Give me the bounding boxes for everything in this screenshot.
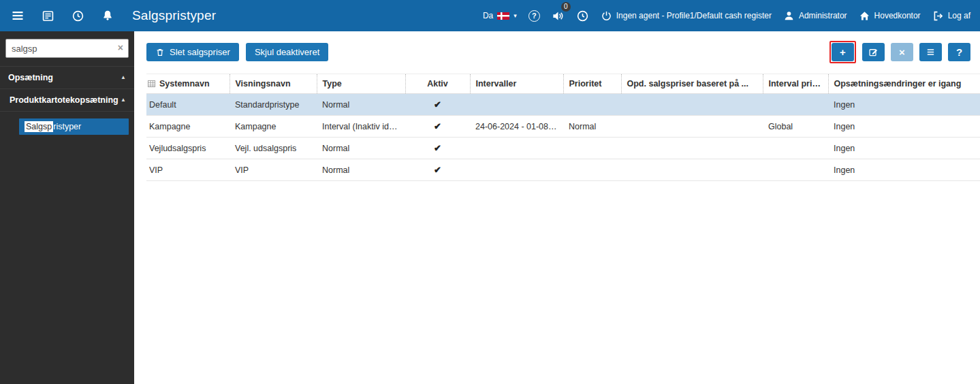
active-check-cell: ✔: [405, 94, 470, 116]
collapse-icon: ▲: [121, 75, 126, 80]
table-cell: Normal: [317, 94, 405, 116]
add-button[interactable]: +: [832, 43, 854, 61]
list-menu-button[interactable]: [919, 43, 942, 61]
logout-button[interactable]: Log af: [932, 10, 970, 22]
table-cell: Normal: [563, 116, 621, 138]
table-cell: Kampagne: [146, 116, 230, 138]
table-cell: Normal: [317, 138, 405, 159]
language-selector[interactable]: Da ▾: [483, 11, 517, 20]
page-title: Salgspristyper: [132, 8, 216, 23]
table-body: DefaultStandardpristypeNormal✔IngenKampa…: [146, 94, 980, 181]
history-clock-button[interactable]: [576, 10, 589, 22]
help-button[interactable]: ?: [528, 10, 540, 22]
edit-pencil-icon: [868, 47, 879, 57]
hide-deactivated-button[interactable]: Skjul deaktiveret: [246, 43, 328, 61]
table-cell: Ingen: [828, 116, 980, 138]
collapse-icon: ▲: [121, 97, 126, 103]
close-icon: ×: [899, 46, 905, 58]
table-help-button[interactable]: ?: [948, 43, 970, 61]
topbar-right: Da ▾ ? 0 Ingen agent - Profile1/Default …: [483, 10, 970, 22]
table-row[interactable]: VejludsalgsprisVejl. udsalgsprisNormal✔I…: [146, 138, 980, 159]
sidebar-section-opsaetning[interactable]: Opsætning ▲: [0, 66, 134, 89]
column-header-2[interactable]: Visningsnavn: [230, 74, 317, 94]
plus-icon: +: [840, 46, 846, 58]
office-menu[interactable]: Hovedkontor: [859, 10, 921, 22]
language-label: Da: [483, 11, 493, 20]
trash-icon: [155, 48, 165, 57]
edit-button[interactable]: [862, 43, 885, 61]
table-cell: Kampagne: [230, 116, 317, 138]
chevron-down-icon: ▾: [513, 13, 517, 19]
column-header-7[interactable]: Opd. salgspriser baseret på ...: [621, 74, 763, 94]
sidebar-group-produktkartotek[interactable]: Produktkartotekopsætning ▲: [0, 89, 134, 112]
table-cell: Global: [763, 116, 828, 138]
column-header-6[interactable]: Prioritet: [563, 74, 621, 94]
table-cell: [621, 116, 763, 138]
agent-status[interactable]: Ingen agent - Profile1/Default cash regi…: [601, 10, 772, 22]
table-row[interactable]: DefaultStandardpristypeNormal✔Ingen: [146, 94, 980, 116]
annotation-highlight-box: +: [829, 41, 856, 63]
column-header-4[interactable]: Aktiv: [405, 74, 470, 94]
history-icon: [576, 10, 589, 22]
clear-search-icon[interactable]: ×: [118, 43, 123, 52]
table-cell: Ingen: [828, 159, 980, 181]
main-content: Slet salgspriser Skjul deaktiveret + × ?: [134, 31, 980, 384]
sidebar-item-salgspristyper[interactable]: Salgspristyper: [19, 118, 129, 135]
column-header-label: Opd. salgspriser baseret på ...: [627, 79, 749, 89]
topbar-left-icons: [10, 7, 116, 24]
sidebar-item-label-rest: ristyper: [53, 122, 81, 131]
danish-flag-icon: [497, 12, 509, 20]
table-cell: [563, 94, 621, 116]
close-button[interactable]: ×: [891, 43, 913, 61]
delete-button-label: Slet salgspriser: [170, 47, 230, 57]
column-header-9[interactable]: Opsætningsændringer er igang: [828, 74, 980, 94]
menu-icon[interactable]: [10, 7, 26, 24]
hide-button-label: Skjul deaktiveret: [255, 47, 319, 57]
table-cell: [563, 138, 621, 159]
user-menu[interactable]: Administrator: [783, 10, 847, 22]
table-row[interactable]: VIPVIPNormal✔Ingen: [146, 159, 980, 181]
column-header-3[interactable]: Type: [317, 74, 405, 94]
clock-icon[interactable]: [69, 7, 86, 24]
table-cell: [470, 138, 563, 159]
active-check-cell: ✔: [405, 116, 470, 138]
page: Salgspristyper Da ▾ ? 0 Ingen agent - Pr…: [0, 0, 980, 384]
sidebar-group-label: Produktkartotekopsætning: [10, 95, 118, 105]
sidebar: × Opsætning ▲ Produktkartotekopsætning ▲…: [0, 31, 134, 384]
speaker-icon: [552, 10, 565, 22]
sound-button[interactable]: 0: [552, 10, 565, 22]
table-cell: VIP: [230, 159, 317, 181]
column-header-5[interactable]: Intervaller: [470, 74, 563, 94]
sidebar-search: ×: [0, 31, 134, 66]
toolbar: Slet salgspriser Skjul deaktiveret + × ?: [146, 41, 980, 63]
column-header-label: Systemnavn: [159, 79, 210, 89]
table-cell: [621, 94, 763, 116]
search-match-highlight: Salgsp: [25, 121, 53, 132]
notifications-bell-icon[interactable]: [99, 7, 116, 24]
table-cell: Vejl. udsalgspris: [230, 138, 317, 159]
active-check-cell: ✔: [405, 138, 470, 159]
person-icon: [783, 10, 795, 22]
help-icon: ?: [528, 10, 540, 22]
journal-icon[interactable]: [39, 7, 56, 24]
search-input[interactable]: [5, 39, 129, 58]
table-cell: Interval (Inaktiv idag): [317, 116, 405, 138]
table-header-row: SystemnavnVisningsnavnTypeAktivIntervall…: [146, 74, 980, 94]
power-icon: [601, 10, 612, 22]
logout-label: Log af: [948, 11, 970, 20]
notification-count-badge: 0: [561, 2, 571, 12]
column-header-1[interactable]: Systemnavn: [146, 74, 230, 94]
table-cell: Ingen: [828, 138, 980, 159]
delete-salesprices-button[interactable]: Slet salgspriser: [146, 43, 239, 61]
table-row[interactable]: KampagneKampagneInterval (Inaktiv idag)✔…: [146, 116, 980, 138]
column-header-8[interactable]: Interval prist...: [763, 74, 828, 94]
table-cell: [563, 159, 621, 181]
column-header-label: Aktiv: [427, 79, 448, 89]
salespricetypes-table: SystemnavnVisningsnavnTypeAktivIntervall…: [146, 74, 980, 181]
table-cell: Standardpristype: [230, 94, 317, 116]
sidebar-section-label: Opsætning: [8, 73, 53, 82]
topbar: Salgspristyper Da ▾ ? 0 Ingen agent - Pr…: [0, 0, 980, 31]
table-cell: [763, 159, 828, 181]
column-header-label: Intervaller: [476, 79, 517, 89]
list-icon: [926, 47, 936, 57]
